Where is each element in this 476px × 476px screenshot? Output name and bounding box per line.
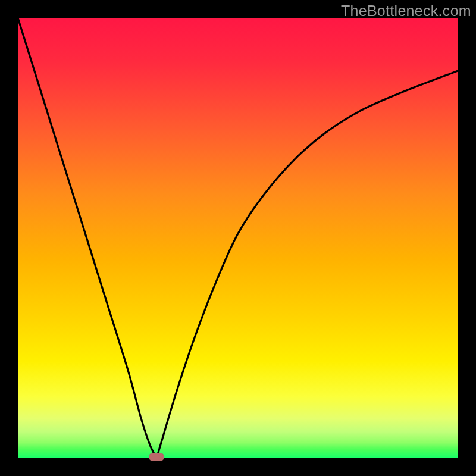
- curve-left-branch: [18, 18, 156, 458]
- bottleneck-curve: [18, 18, 458, 458]
- min-marker: [149, 453, 164, 461]
- watermark-text: TheBottleneck.com: [341, 2, 471, 20]
- chart-frame: TheBottleneck.com: [0, 0, 476, 476]
- curve-right-branch: [156, 71, 458, 458]
